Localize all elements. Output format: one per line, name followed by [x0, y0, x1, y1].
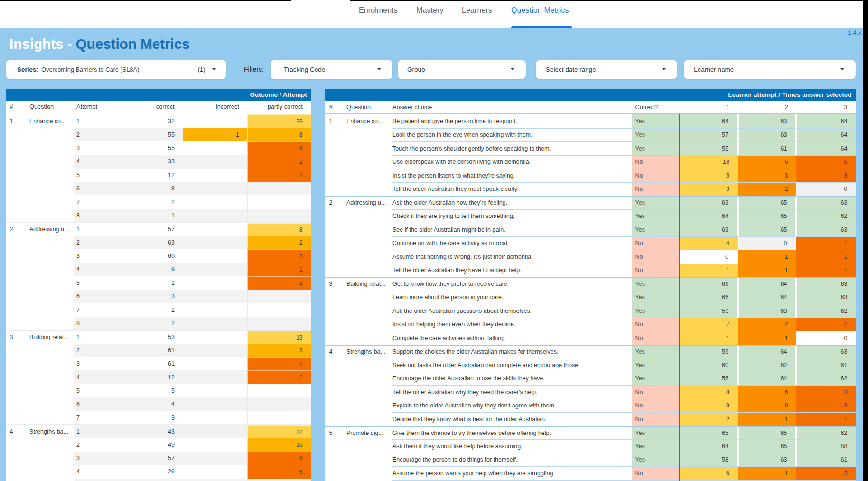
attempt-2-count-cell: 63: [738, 114, 797, 128]
incorrect-count-cell: [183, 438, 247, 451]
question-number-cell: [325, 304, 346, 318]
outcome-table-row: 3612: [6, 357, 311, 370]
filter-dropdown-tracking-code[interactable]: Tracking Code: [271, 60, 392, 79]
outcome-table-row: 5123: [6, 169, 311, 182]
answer-choice-cell: Check if they are trying to tell them so…: [392, 209, 632, 223]
partly-correct-count-cell: [247, 397, 311, 411]
question-label-cell: [346, 318, 392, 331]
attempt-2-count-cell: 9: [738, 399, 797, 413]
question-label-cell: [26, 128, 74, 141]
attempt-cell: 3: [74, 141, 120, 155]
top-tab-bar: EnrolmentsMasteryLearnersQuestion Metric…: [0, 1, 868, 28]
outcome-table-row: 55: [6, 384, 311, 397]
question-label-cell: [26, 236, 74, 249]
answers-table-row: Continue on with the care activity as no…: [325, 236, 856, 250]
attempt-3-count-cell: 61: [796, 358, 856, 372]
question-number-cell: [6, 128, 26, 141]
attempt-1-count-cell: 66: [680, 278, 738, 291]
correct-flag-cell: No: [632, 264, 679, 277]
tab-mastery[interactable]: Mastery: [416, 5, 444, 16]
question-number-cell: [6, 479, 26, 481]
attempt-2-count-cell: 2: [738, 182, 797, 196]
series-count: (1): [198, 66, 205, 73]
answers-table-row: Check if they are trying to tell them so…: [325, 209, 856, 223]
answers-table-title-bar: Learner attempt / Times answer selected: [325, 89, 856, 101]
filter-dropdown-learner-name[interactable]: Learner name: [684, 60, 856, 79]
incorrect-count-cell: [183, 223, 247, 236]
chevron-down-icon: [511, 68, 514, 70]
attempt-2-count-cell: 1: [738, 466, 797, 480]
answer-choice-cell: Tell the older Australian why they need …: [392, 385, 632, 399]
incorrect-count-cell: [183, 317, 247, 330]
partly-correct-count-cell: 2: [247, 236, 311, 249]
question-label-cell: Strengths-ba...: [346, 346, 392, 358]
answer-choice-cell: Ask the older Australian how they're fee…: [392, 197, 632, 209]
answers-table-row: Learn more about the person in your care…: [325, 291, 856, 304]
attempt-2-count-cell: 64: [738, 346, 797, 358]
outcome-table-row: 2613: [6, 344, 311, 357]
partly-correct-count-cell: [247, 182, 311, 195]
question-label-cell: [346, 155, 392, 169]
series-selector[interactable]: Series: Overcoming Barriers to Care (SL8…: [6, 60, 226, 79]
attempt-2-count-cell: 1: [738, 250, 797, 264]
column-header-incorrect: incorrect: [183, 101, 247, 113]
attempt-3-count-cell: 3: [796, 399, 856, 413]
outcome-table-row: 4266: [6, 465, 311, 478]
correct-flag-cell: No: [632, 250, 679, 264]
outcome-table-row: 63: [6, 290, 311, 303]
answer-choice-cell: Assume that nothing is wrong. It's just …: [392, 250, 632, 264]
chevron-down-icon: [377, 68, 381, 70]
attempt-2-count-cell: 1: [738, 412, 797, 426]
outcome-table-row: 24915: [6, 438, 311, 451]
answers-table-row: Encourage the older Australian to use th…: [325, 372, 856, 386]
question-label-cell: [26, 370, 74, 384]
attempt-1-count-cell: 56: [680, 372, 738, 386]
question-label-cell: [346, 236, 392, 250]
chevron-down-icon: [840, 68, 844, 70]
partly-correct-count-cell: 3: [247, 344, 311, 357]
series-label: Series:: [17, 66, 38, 73]
question-label-cell: [26, 357, 74, 370]
question-label-cell: [346, 453, 392, 467]
correct-flag-cell: Yes: [632, 372, 679, 386]
tab-enrolments[interactable]: Enrolments: [359, 5, 398, 16]
partly-correct-count-cell: 8: [247, 223, 311, 236]
correct-count-cell: 61: [120, 344, 183, 357]
partly-correct-count-cell: 3: [247, 249, 311, 263]
answer-choice-cell: Insist the person listens to what they'r…: [392, 169, 632, 182]
tab-question-metrics[interactable]: Question Metrics: [511, 5, 569, 16]
correct-flag-cell: No: [632, 412, 679, 426]
attempt-1-count-cell: 8: [680, 385, 738, 399]
filter-dropdown-group[interactable]: Group: [398, 60, 526, 79]
attempt-cell: 4: [74, 370, 120, 384]
answers-table-row: Assume the person wants your help when t…: [325, 466, 856, 480]
incorrect-count-cell: [183, 357, 247, 370]
correct-count-cell: [120, 479, 183, 481]
question-label-cell: Enhance co...: [346, 114, 392, 128]
question-number-cell: [325, 141, 346, 155]
filter-dropdown-label: Tracking Code: [284, 66, 325, 73]
outcome-table-row: 491: [6, 263, 311, 276]
question-number-cell: [6, 209, 26, 222]
attempt-cell: 2: [74, 236, 120, 249]
question-number-cell: [6, 438, 26, 451]
attempt-1-count-cell: 1: [680, 331, 738, 345]
answers-table-row: Insist the person listens to what they'r…: [325, 169, 856, 182]
column-header-attempt-3: 3: [796, 101, 856, 114]
outcome-table-title: Outcome / Attempt: [250, 91, 307, 98]
answer-choice-cell: Assume the person wants your help when t…: [392, 466, 632, 480]
incorrect-count-cell: [183, 141, 247, 155]
partly-correct-count-cell: [247, 209, 311, 222]
filter-dropdown-select-date-range[interactable]: Select date range: [536, 60, 677, 79]
question-number-cell: [6, 195, 26, 208]
incorrect-count-cell: [183, 276, 247, 290]
question-number-cell: [6, 344, 26, 357]
question-number-cell: [6, 169, 26, 182]
attempt-2-count-cell: 64: [738, 291, 797, 304]
answer-choice-cell: Tell the older Australian they must spea…: [392, 182, 632, 196]
correct-flag-cell: Yes: [632, 197, 679, 209]
incorrect-count-cell: [183, 195, 247, 208]
tab-learners[interactable]: Learners: [462, 5, 492, 16]
attempt-3-count-cell: 62: [796, 209, 856, 223]
question-number-cell: 4: [325, 346, 346, 358]
